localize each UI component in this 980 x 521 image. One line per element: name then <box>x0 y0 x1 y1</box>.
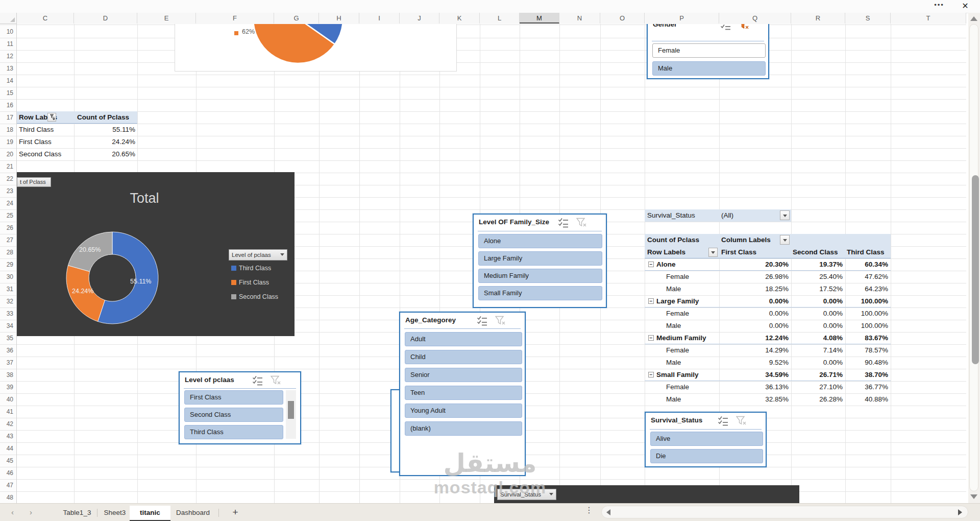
column-header-P[interactable]: P <box>645 13 719 23</box>
sheet-tab-sheet3[interactable]: Sheet3 <box>100 506 130 521</box>
pivot-value-cell[interactable]: 12.24% <box>719 332 789 344</box>
bottom-chart-field-button[interactable]: Survival_Status <box>497 489 556 500</box>
clear-filter-icon[interactable] <box>495 316 506 326</box>
multi-select-icon[interactable] <box>252 375 263 386</box>
pivot-value-cell[interactable]: 100.00% <box>845 307 888 320</box>
pivot-value-cell[interactable]: 60.34% <box>845 258 888 271</box>
sheet-tab-titanic[interactable]: titanic <box>130 506 170 521</box>
row-header-32[interactable]: 32 <box>0 295 13 307</box>
sheet-tab-table1_3[interactable]: Table1_3 <box>57 506 97 521</box>
pivot-value-cell[interactable]: 40.88% <box>845 393 888 406</box>
slicer-item-second-class[interactable]: Second Class <box>184 408 283 422</box>
multi-select-icon[interactable] <box>558 218 569 228</box>
pivot-value-cell[interactable]: 32.85% <box>719 393 789 406</box>
row-header-26[interactable]: 26 <box>0 222 13 234</box>
pivot-row-label-female[interactable]: Female <box>666 381 689 393</box>
row-header-31[interactable]: 31 <box>0 283 13 295</box>
column-header-T[interactable]: T <box>891 13 966 23</box>
column-header-I[interactable]: I <box>359 13 400 23</box>
collapse-icon[interactable]: − <box>648 372 654 377</box>
row-header-20[interactable]: 20 <box>0 148 13 160</box>
pivot-value-cell[interactable]: 14.29% <box>719 344 789 357</box>
pivot-value-cell[interactable]: 0.00% <box>719 307 789 320</box>
chart-field-button[interactable]: t of Pclass <box>17 177 51 187</box>
pivot-row-label-male[interactable]: Male <box>666 357 681 369</box>
pivot-value-cell[interactable]: 83.67% <box>845 332 888 344</box>
pivot-value-cell[interactable]: 100.00% <box>845 295 888 307</box>
row-header-41[interactable]: 41 <box>0 406 13 418</box>
pclass-pivot-row-value[interactable]: 55.11% <box>74 124 135 136</box>
slicer-item-child[interactable]: Child <box>405 350 522 364</box>
slicer-item-male[interactable]: Male <box>652 61 766 76</box>
slicer-item-senior[interactable]: Senior <box>405 368 522 382</box>
row-header-39[interactable]: 39 <box>0 381 13 393</box>
row-header-30[interactable]: 30 <box>0 271 13 283</box>
pivot-value-cell[interactable]: 26.98% <box>719 271 789 283</box>
select-all-corner[interactable] <box>0 13 17 24</box>
vertical-scroll-track[interactable] <box>969 24 978 491</box>
slicer-item-die[interactable]: Die <box>650 449 763 463</box>
row-header-29[interactable]: 29 <box>0 258 13 271</box>
pivot-value-cell[interactable]: 19.37% <box>791 258 843 271</box>
pivot-row-label-alone[interactable]: −Alone <box>648 258 676 271</box>
vertical-scroll-thumb[interactable] <box>972 175 979 364</box>
pivot-value-cell[interactable]: 36.13% <box>719 381 789 393</box>
pivot-value-cell[interactable]: 27.10% <box>791 381 843 393</box>
row-header-40[interactable]: 40 <box>0 393 13 406</box>
pivot-value-cell[interactable]: 0.00% <box>791 320 843 332</box>
horizontal-scroll-track[interactable] <box>601 506 968 518</box>
row-header-48[interactable]: 48 <box>0 491 13 504</box>
row-header-14[interactable]: 14 <box>0 75 13 87</box>
pivot-value-cell[interactable]: 9.52% <box>719 357 789 369</box>
slicer-item--blank-[interactable]: (blank) <box>405 421 522 436</box>
scroll-left-icon[interactable] <box>606 509 610 515</box>
collapse-icon[interactable]: − <box>648 298 654 304</box>
pivot-row-label-female[interactable]: Female <box>666 344 689 357</box>
pivot-row-label-large-family[interactable]: −Large Family <box>648 295 699 307</box>
pivot-value-cell[interactable]: 0.00% <box>791 307 843 320</box>
row-labels-dropdown-button[interactable] <box>708 248 718 257</box>
slicer-item-female[interactable]: Female <box>652 43 766 58</box>
pivot-value-cell[interactable]: 0.00% <box>791 295 843 307</box>
row-header-11[interactable]: 11 <box>0 38 13 50</box>
column-header-J[interactable]: J <box>400 13 439 23</box>
column-labels-dropdown-button[interactable] <box>780 235 790 245</box>
pclass-pivot-row-labels-filter-button[interactable] <box>47 113 56 122</box>
pivot-value-cell[interactable]: 25.40% <box>791 271 843 283</box>
pivot-value-cell[interactable]: 7.14% <box>791 344 843 357</box>
column-header-H[interactable]: H <box>319 13 359 23</box>
pivot-value-cell[interactable]: 34.59% <box>719 369 789 381</box>
scroll-up-icon[interactable] <box>970 16 977 21</box>
multi-select-icon[interactable] <box>720 24 731 30</box>
pivot-row-label-female[interactable]: Female <box>666 271 689 283</box>
column-header-F[interactable]: F <box>196 13 274 23</box>
pivot-row-label-male[interactable]: Male <box>666 393 681 406</box>
collapse-icon[interactable]: − <box>648 335 654 341</box>
row-header-16[interactable]: 16 <box>0 99 13 111</box>
pivot-value-cell[interactable]: 0.00% <box>719 295 789 307</box>
survival-filter-dropdown-button[interactable] <box>780 210 790 220</box>
row-header-45[interactable]: 45 <box>0 455 13 467</box>
row-header-23[interactable]: 23 <box>0 185 13 197</box>
pivot-row-label-male[interactable]: Male <box>666 320 681 332</box>
pivot-value-cell[interactable]: 78.57% <box>845 344 888 357</box>
row-header-37[interactable]: 37 <box>0 357 13 369</box>
pivot-value-cell[interactable]: 100.00% <box>845 320 888 332</box>
pivot-row-label-female[interactable]: Female <box>666 307 689 320</box>
slicer-item-adult[interactable]: Adult <box>405 332 522 346</box>
pivot-row-label-medium-family[interactable]: −Medium Family <box>648 332 706 344</box>
slicer-item-alive[interactable]: Alive <box>650 432 763 446</box>
column-header-D[interactable]: D <box>74 13 137 23</box>
slicer-item-alone[interactable]: Alone <box>478 234 602 248</box>
tab-nav-right-icon[interactable]: › <box>30 508 32 516</box>
slicer-item-medium-family[interactable]: Medium Family <box>478 269 602 283</box>
row-header-25[interactable]: 25 <box>0 209 13 222</box>
row-header-44[interactable]: 44 <box>0 442 13 455</box>
pivot-row-label-male[interactable]: Male <box>666 283 681 295</box>
pivot-value-cell[interactable]: 38.70% <box>845 369 888 381</box>
row-header-42[interactable]: 42 <box>0 418 13 430</box>
row-header-19[interactable]: 19 <box>0 136 13 148</box>
clear-filter-icon[interactable] <box>739 24 750 30</box>
slicer-item-small-family[interactable]: Small Family <box>478 286 602 300</box>
row-header-43[interactable]: 43 <box>0 430 13 442</box>
